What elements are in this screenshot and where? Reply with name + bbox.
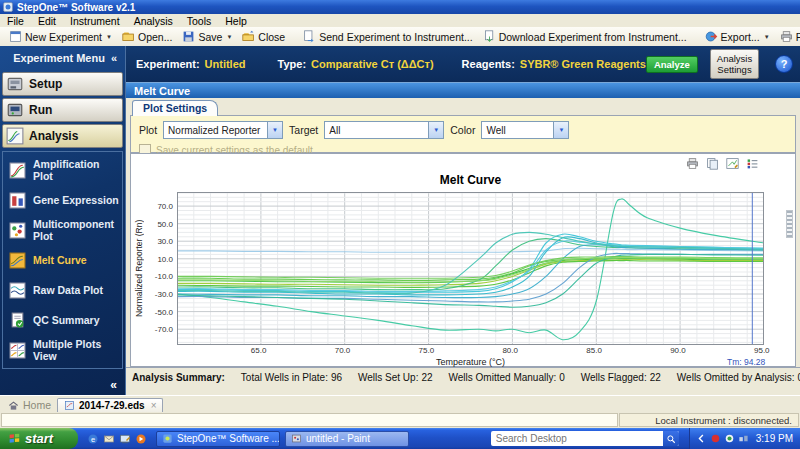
search-input[interactable] xyxy=(491,433,663,444)
menu-edit[interactable]: Edit xyxy=(31,15,63,27)
sidebar-section-setup[interactable]: Setup xyxy=(2,72,123,96)
sidebar-section-run[interactable]: Run xyxy=(2,98,123,122)
panel-title-bar: Melt Curve xyxy=(126,82,800,98)
network-tray-icon[interactable] xyxy=(738,433,749,444)
tray-collapse-icon[interactable] xyxy=(696,433,707,444)
analysis-settings-button[interactable]: Analysis Settings xyxy=(710,49,759,79)
menu-instrument[interactable]: Instrument xyxy=(63,15,127,27)
sidebar-collapse-icon[interactable]: « xyxy=(111,52,117,64)
plot-zoom-slider[interactable] xyxy=(786,210,793,238)
experiment-label: Experiment: xyxy=(136,58,200,70)
save-button[interactable]: Save ▼ xyxy=(177,29,237,44)
plot-select-value: Normalized Reporter xyxy=(164,125,267,136)
start-button[interactable]: start xyxy=(0,428,78,449)
melt-curve-plot[interactable] xyxy=(177,192,764,345)
chevron-down-icon[interactable]: ▼ xyxy=(428,122,443,138)
sidebar-item-multiple-plots-view[interactable]: Multiple Plots View xyxy=(3,335,122,365)
copy-chart-icon[interactable] xyxy=(706,157,719,170)
tab-document[interactable]: 2014-7-29.eds × xyxy=(57,398,163,413)
run-icon xyxy=(6,101,24,119)
sidebar-section-analysis[interactable]: Analysis xyxy=(2,124,123,148)
taskbar-window-paint[interactable]: untitled - Paint xyxy=(285,431,409,447)
media-player-icon[interactable] xyxy=(135,433,147,445)
tab-plot-settings[interactable]: Plot Settings xyxy=(132,100,218,116)
close-tab-icon[interactable]: × xyxy=(151,400,157,411)
sidebar-item-melt-curve[interactable]: Melt Curve xyxy=(3,245,122,275)
taskbar-window-stepone[interactable]: StepOne™ Software ... xyxy=(156,431,280,447)
print-chart-icon[interactable] xyxy=(686,157,699,170)
sidebar-item-gene-expression[interactable]: Gene Expression xyxy=(3,185,122,215)
type-label: Type: xyxy=(278,58,307,70)
download-experiment-button[interactable]: Download Experiment from Instrument... xyxy=(478,29,692,44)
sidebar-item-multicomponent-plot[interactable]: Multicomponent Plot xyxy=(3,215,122,245)
home-icon xyxy=(8,400,19,411)
analysis-summary-title: Analysis Summary: xyxy=(132,372,225,383)
paint-window-label: untitled - Paint xyxy=(306,433,370,444)
document-tab-bar: Home 2014-7-29.eds × xyxy=(0,395,800,413)
export-label: Export... xyxy=(721,31,760,43)
close-label: Close xyxy=(258,31,285,43)
stepone-app-icon xyxy=(162,433,173,444)
y-tick-label: 70.0 xyxy=(157,202,173,211)
mail-icon[interactable] xyxy=(103,433,115,445)
edit-plot-icon[interactable] xyxy=(726,157,739,170)
send-experiment-button[interactable]: Send Experiment to Instrument... xyxy=(298,29,478,44)
sidebar-collapse-bottom-icon[interactable]: « xyxy=(110,378,117,392)
sidebar-item-qc-summary[interactable]: QC Summary xyxy=(3,305,122,335)
experiment-type-group: Type: Comparative Cт (ΔΔCт) xyxy=(278,58,434,70)
paint-app-icon xyxy=(291,433,302,444)
summary-label: Wells Omitted by Analysis: xyxy=(677,372,795,383)
status-message-area xyxy=(1,413,618,427)
summary-label: Wells Set Up: xyxy=(358,372,418,383)
color-select[interactable]: Well ▼ xyxy=(481,121,569,139)
raw-data-plot-icon xyxy=(9,282,26,299)
print-report-button[interactable]: Print Report... xyxy=(775,29,800,44)
color-select-value: Well xyxy=(482,125,553,136)
legend-icon[interactable] xyxy=(746,157,759,170)
menu-file[interactable]: File xyxy=(0,15,31,27)
gene-expression-label: Gene Expression xyxy=(33,194,119,206)
help-icon[interactable]: ? xyxy=(775,55,793,73)
send-experiment-icon xyxy=(303,30,316,43)
summary-wells-flagged: Wells Flagged: 22 xyxy=(581,372,661,383)
menu-help[interactable]: Help xyxy=(218,15,254,27)
save-icon xyxy=(182,30,195,43)
tab-home[interactable]: Home xyxy=(8,399,51,413)
desktop-search-box[interactable] xyxy=(491,431,679,446)
export-button[interactable]: Export... ▼ xyxy=(700,29,775,44)
show-desktop-icon[interactable] xyxy=(119,433,131,445)
ie-icon[interactable]: e xyxy=(87,433,99,445)
menu-analysis[interactable]: Analysis xyxy=(127,15,180,27)
messenger-tray-icon[interactable] xyxy=(724,433,735,444)
taskbar-clock: 3:19 PM xyxy=(756,433,793,444)
chevron-down-icon[interactable]: ▼ xyxy=(553,122,568,138)
title-bar: StepOne™ Software v2.1 xyxy=(0,0,800,14)
melt-curve-svg xyxy=(177,192,764,345)
status-bar: Local Instrument : disconnected. xyxy=(0,412,800,428)
antivirus-tray-icon[interactable] xyxy=(710,433,721,444)
x-tick-label: 75.0 xyxy=(419,346,435,355)
close-button[interactable]: Close xyxy=(237,29,290,44)
summary-value: 22 xyxy=(650,372,661,383)
summary-wells-omitted-analysis: Wells Omitted by Analysis: 0 xyxy=(677,372,800,383)
chevron-down-icon[interactable]: ▼ xyxy=(267,122,282,138)
new-experiment-button[interactable]: New Experiment ▼ xyxy=(4,29,117,44)
analyze-button[interactable]: Analyze xyxy=(646,56,698,73)
search-go-button[interactable] xyxy=(663,431,679,446)
color-label: Color xyxy=(450,124,475,136)
sidebar-item-raw-data-plot[interactable]: Raw Data Plot xyxy=(3,275,122,305)
system-tray: 3:19 PM xyxy=(689,428,800,449)
plot-select[interactable]: Normalized Reporter ▼ xyxy=(163,121,283,139)
y-tick-label: -70.0 xyxy=(155,325,173,334)
analysis-summary-bar: Analysis Summary: Total Wells in Plate: … xyxy=(126,367,800,386)
gene-expression-icon xyxy=(9,192,26,209)
target-select-value: All xyxy=(325,125,428,136)
new-experiment-label: New Experiment xyxy=(25,31,102,43)
y-tick-label: -10.0 xyxy=(155,272,173,281)
run-label: Run xyxy=(29,103,52,117)
target-select[interactable]: All ▼ xyxy=(324,121,444,139)
x-tick-label: 90.0 xyxy=(670,346,686,355)
open-button[interactable]: Open... xyxy=(117,29,177,44)
sidebar-item-amplification-plot[interactable]: Amplification Plot xyxy=(3,155,122,185)
menu-tools[interactable]: Tools xyxy=(180,15,219,27)
